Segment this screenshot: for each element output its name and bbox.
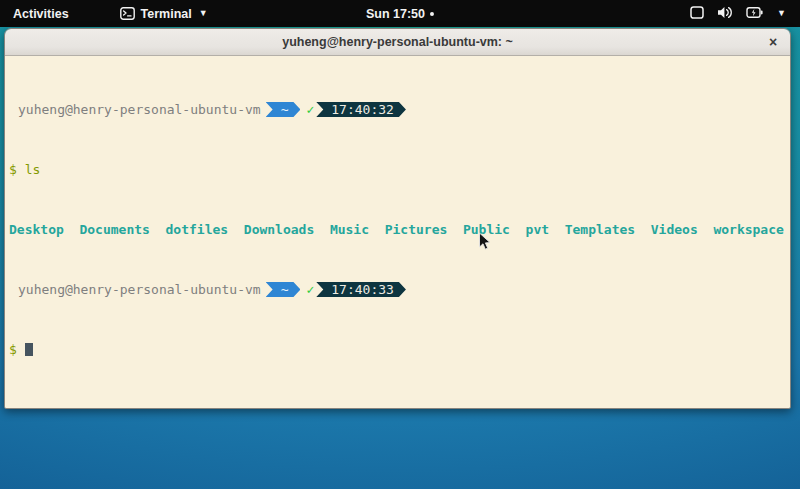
powerline-path-segment: ~ [266, 282, 301, 297]
powerline-time-segment: 17:40:32 [316, 102, 406, 117]
prompt-path: ~ [281, 102, 289, 117]
chevron-down-icon: ▼ [777, 9, 786, 18]
window-titlebar[interactable]: yuheng@henry-personal-ubuntu-vm: ~ × [5, 29, 790, 56]
close-icon[interactable]: × [763, 32, 783, 52]
command-text: ls [25, 162, 41, 177]
prompt-line-1: yuheng@henry-personal-ubuntu-vm~✓17:40:3… [9, 102, 786, 117]
window-title: yuheng@henry-personal-ubuntu-vm: ~ [282, 35, 513, 49]
powerline-time-segment: 17:40:33 [316, 282, 406, 297]
ls-output-line: Desktop Documents dotfiles Downloads Mus… [9, 222, 786, 237]
directory-list: Desktop Documents dotfiles Downloads Mus… [9, 222, 784, 237]
volume-icon [717, 6, 733, 22]
terminal-icon [120, 7, 135, 20]
prompt-user-host: yuheng@henry-personal-ubuntu-vm [18, 282, 261, 297]
system-menu[interactable]: ▼ [676, 0, 800, 27]
top-bar: Activities Terminal ▼ Sun 17:50 [0, 0, 800, 27]
terminal-content[interactable]: yuheng@henry-personal-ubuntu-vm~✓17:40:3… [5, 56, 790, 408]
clock-button[interactable]: Sun 17:50 [358, 0, 442, 27]
terminal-cursor [25, 343, 33, 356]
powerline-path-segment: ~ [266, 102, 301, 117]
desktop-wallpaper: yuheng@henry-personal-ubuntu-vm: ~ × yuh… [0, 27, 800, 489]
status-check-icon: ✓ [306, 102, 314, 117]
notification-dot-icon [430, 12, 434, 16]
prompt-path: ~ [281, 282, 289, 297]
prompt-time: 17:40:32 [331, 102, 394, 117]
display-icon [690, 6, 704, 22]
prompt-line-2: yuheng@henry-personal-ubuntu-vm~✓17:40:3… [9, 282, 786, 297]
battery-charging-icon [746, 6, 763, 22]
prompt-user-host: yuheng@henry-personal-ubuntu-vm [18, 102, 261, 117]
activities-button[interactable]: Activities [0, 0, 82, 27]
prompt-symbol: $ [9, 342, 17, 357]
screen: Activities Terminal ▼ Sun 17:50 [0, 0, 800, 489]
app-menu-label: Terminal [141, 7, 192, 21]
clock-label: Sun 17:50 [366, 7, 425, 21]
terminal-window: yuheng@henry-personal-ubuntu-vm: ~ × yuh… [4, 28, 791, 409]
top-bar-left: Activities Terminal ▼ [0, 0, 218, 27]
prompt-time: 17:40:33 [331, 282, 394, 297]
app-menu-terminal[interactable]: Terminal ▼ [110, 0, 218, 27]
prompt-symbol: $ [9, 162, 17, 177]
command-line: $ ls [9, 162, 786, 177]
chevron-down-icon: ▼ [199, 9, 208, 18]
current-prompt-line: $ [9, 342, 786, 357]
status-check-icon: ✓ [306, 282, 314, 297]
